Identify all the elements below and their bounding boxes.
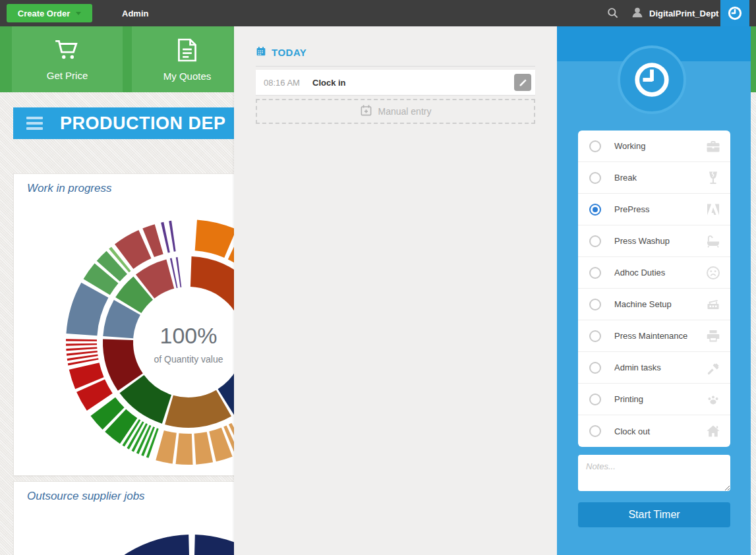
today-header: TODAY xyxy=(256,46,306,59)
activity-option-admin-tasks[interactable]: Admin tasks xyxy=(578,352,730,384)
get-price-tile[interactable]: Get Price xyxy=(12,26,123,92)
radio-button[interactable] xyxy=(589,172,601,184)
admin-label: Admin xyxy=(122,9,148,18)
cart-icon xyxy=(53,38,81,64)
admin-menu-item[interactable]: Admin xyxy=(122,0,148,26)
activity-label: Machine Setup xyxy=(614,299,705,309)
page-title: PRODUCTION DEP xyxy=(60,113,226,134)
edit-entry-button[interactable] xyxy=(514,74,531,91)
activity-option-working[interactable]: Working xyxy=(578,131,730,162)
activity-option-printing[interactable]: Printing xyxy=(578,384,730,415)
activity-label: Printing xyxy=(614,394,705,404)
get-price-label: Get Price xyxy=(47,70,88,81)
timeline-separator xyxy=(256,66,535,67)
create-order-button[interactable]: Create Order xyxy=(7,4,92,22)
activity-option-press-washup[interactable]: Press Washup xyxy=(578,225,730,257)
activity-label: Working xyxy=(614,141,705,151)
radio-button[interactable] xyxy=(589,235,601,247)
activity-list: Working Break PrePress Press Washup Adho xyxy=(578,131,730,447)
briefcase-icon xyxy=(705,138,721,154)
activity-label: Admin tasks xyxy=(614,363,705,372)
timeline-panel: TODAY 08:16 AM Clock in Manual entry xyxy=(234,26,557,555)
chevron-down-icon xyxy=(76,12,81,15)
printer-icon xyxy=(705,328,721,344)
activity-option-press-maintenance[interactable]: Press Maintenance xyxy=(578,320,730,352)
calendar-plus-icon xyxy=(360,104,372,119)
quote-doc-icon xyxy=(177,38,198,65)
entry-time: 08:16 AM xyxy=(264,78,305,88)
activity-option-machine-setup[interactable]: Machine Setup xyxy=(578,289,730,320)
my-quotes-label: My Quotes xyxy=(163,71,212,82)
activity-label: Press Maintenance xyxy=(614,331,705,341)
username-label: DigitalPrint_Dept xyxy=(649,9,718,18)
activity-option-prepress[interactable]: PrePress xyxy=(578,194,730,225)
timer-clock-badge xyxy=(618,45,686,114)
radio-button[interactable] xyxy=(589,140,601,152)
radio-button[interactable] xyxy=(589,330,601,342)
calendar-icon xyxy=(256,46,266,59)
manual-entry-label: Manual entry xyxy=(378,106,432,117)
search-icon[interactable] xyxy=(606,7,620,20)
hamburger-menu-icon[interactable] xyxy=(26,117,43,130)
machine-icon xyxy=(705,297,721,312)
activity-label: Press Washup xyxy=(614,236,705,246)
activity-option-adhoc-duties[interactable]: Adhoc Duties xyxy=(578,257,730,289)
broken-glass-icon xyxy=(705,170,721,186)
activity-option-break[interactable]: Break xyxy=(578,162,730,194)
radio-button[interactable] xyxy=(589,394,601,405)
notes-field-wrap xyxy=(578,455,730,491)
activity-option-clock-out[interactable]: Clock out xyxy=(578,415,730,447)
prepress-adobe-icon xyxy=(705,202,721,218)
clock-icon xyxy=(631,59,672,100)
paw-icon xyxy=(705,392,721,407)
radio-button[interactable] xyxy=(589,362,601,374)
clock-icon xyxy=(727,5,743,21)
top-bar: Create Order Admin DigitalPrint_Dept xyxy=(0,0,756,26)
my-quotes-tile[interactable]: My Quotes xyxy=(132,26,243,92)
radio-button[interactable] xyxy=(589,425,601,437)
radio-button[interactable] xyxy=(589,267,601,279)
start-timer-button[interactable]: Start Timer xyxy=(578,502,730,527)
timer-toggle-button[interactable] xyxy=(720,0,749,26)
bathtub-icon xyxy=(705,233,721,249)
activity-label: PrePress xyxy=(614,204,705,214)
pencil-icon xyxy=(519,78,527,87)
radio-button[interactable] xyxy=(589,204,601,216)
timer-panel: Working Break PrePress Press Washup Adho xyxy=(557,26,751,555)
notes-input[interactable] xyxy=(578,455,730,491)
user-avatar-icon xyxy=(630,5,645,22)
entry-label: Clock in xyxy=(312,78,514,88)
hammer-icon xyxy=(705,360,721,376)
user-menu[interactable]: DigitalPrint_Dept xyxy=(630,0,718,26)
sad-face-icon xyxy=(705,265,721,281)
app-window: Get Price My Quotes PRODUCTION DEP Work … xyxy=(0,0,756,555)
timeline-entry-row: 08:16 AM Clock in xyxy=(256,70,535,95)
radio-button[interactable] xyxy=(589,299,601,310)
activity-label: Break xyxy=(614,173,705,183)
wip-card-title: Work in progress xyxy=(27,182,111,195)
outsource-card-title: Outsource supplier jobs xyxy=(27,490,145,503)
create-order-label: Create Order xyxy=(18,9,70,18)
home-icon xyxy=(705,423,721,439)
activity-label: Adhoc Duties xyxy=(614,268,705,278)
today-label: TODAY xyxy=(272,47,306,58)
manual-entry-button[interactable]: Manual entry xyxy=(256,99,535,124)
activity-label: Clock out xyxy=(614,426,705,436)
